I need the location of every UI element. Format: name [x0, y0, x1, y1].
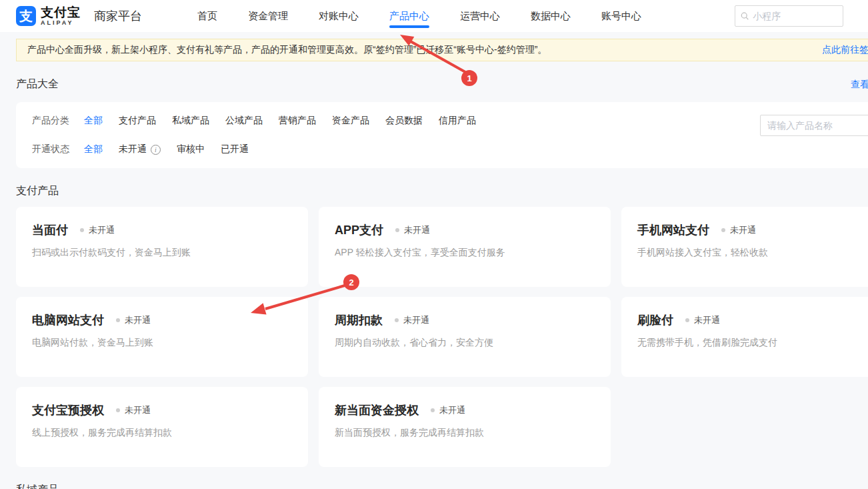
product-name-search-input[interactable]: [760, 115, 868, 136]
status-dot-icon: [395, 228, 399, 232]
product-status: 未开通: [395, 224, 430, 236]
product-status: 未开通: [685, 314, 720, 326]
status-text: 未开通: [125, 314, 151, 326]
filter-option[interactable]: 营销产品: [279, 115, 316, 127]
filter-option-label: 全部: [84, 143, 103, 155]
filter-option[interactable]: 全部: [84, 143, 103, 155]
filter-option[interactable]: 全部: [84, 115, 103, 127]
product-name: 电脑网站支付: [32, 312, 104, 328]
section-title: 私域产品: [16, 483, 868, 489]
filter-option[interactable]: 资金产品: [332, 115, 369, 127]
filter-option[interactable]: 公域产品: [225, 115, 263, 127]
nav-item-1[interactable]: 首页: [182, 0, 233, 32]
status-text: 未开通: [439, 404, 465, 416]
nav-item-3[interactable]: 对账中心: [303, 0, 374, 32]
top-header: 支 支付宝 ALIPAY 商家平台 首页资金管理对账中心产品中心运营中心数据中心…: [0, 0, 868, 32]
filter-option-label: 审核中: [177, 143, 205, 155]
alipay-logo[interactable]: 支 支付宝 ALIPAY: [16, 6, 81, 26]
status-dot-icon: [721, 228, 725, 232]
nav-item-2[interactable]: 资金管理: [233, 0, 303, 32]
product-status: 未开通: [395, 314, 429, 326]
banner-go-link[interactable]: 点此前往签约管理: [822, 44, 868, 56]
section-title: 支付产品: [16, 184, 868, 198]
filter-option-label: 资金产品: [332, 115, 369, 127]
filter-option-label: 支付产品: [119, 115, 156, 127]
brand-name-cn: 支付宝: [41, 6, 81, 19]
filter-option-label: 已开通: [221, 143, 249, 155]
status-text: 未开通: [89, 224, 115, 236]
filter-option[interactable]: 已开通: [221, 143, 249, 155]
product-card[interactable]: 刷脸付未开通无需携带手机，凭借刷脸完成支付: [621, 297, 868, 377]
nav-item-4[interactable]: 产品中心: [374, 0, 445, 32]
product-card[interactable]: 支付宝预授权未开通线上预授权，服务完成再结算扣款: [16, 387, 308, 467]
filter-option[interactable]: 私域产品: [172, 115, 209, 127]
product-grid: 当面付未开通扫码或出示付款码支付，资金马上到账APP支付未开通APP 轻松接入支…: [16, 207, 868, 467]
nav-item-5[interactable]: 运营中心: [445, 0, 515, 32]
nav-item-label: 对账中心: [319, 10, 359, 23]
product-status: 未开通: [721, 224, 756, 236]
status-text: 未开通: [403, 314, 429, 326]
status-dot-icon: [395, 318, 399, 322]
product-name: APP支付: [335, 222, 383, 238]
product-card[interactable]: 当面付未开通扫码或出示付款码支付，资金马上到账: [16, 207, 308, 287]
nav-item-label: 首页: [197, 10, 217, 23]
nav-item-label: 账号中心: [601, 10, 641, 23]
product-card[interactable]: APP支付未开通APP 轻松接入支付宝，享受全面支付服务: [319, 207, 611, 287]
status-text: 未开通: [125, 404, 151, 416]
filter-option-label: 私域产品: [172, 115, 209, 127]
product-description: 无需携带手机，凭借刷脸完成支付: [637, 337, 868, 349]
banner-text: 产品中心全面升级，新上架小程序、支付有礼等产品，产品的开通和管理更高效。原“签约…: [27, 44, 547, 56]
nav-item-label: 数据中心: [531, 10, 571, 23]
nav-item-7[interactable]: 账号中心: [586, 0, 657, 32]
view-authorization-link[interactable]: 查看我授权: [851, 79, 868, 91]
product-card[interactable]: 周期扣款未开通周期内自动收款，省心省力，安全方便: [319, 297, 611, 377]
main-nav: 首页资金管理对账中心产品中心运营中心数据中心账号中心: [182, 0, 657, 32]
filter-row-1: 产品分类全部支付产品私域产品公域产品营销产品资金产品会员数据信用产品: [32, 115, 868, 127]
product-name: 当面付: [32, 222, 68, 238]
filter-option-label: 会员数据: [385, 115, 423, 127]
filter-option-label: 营销产品: [279, 115, 316, 127]
status-dot-icon: [116, 408, 120, 412]
status-dot-icon: [685, 318, 689, 322]
filter-option-label: 公域产品: [225, 115, 263, 127]
product-name: 周期扣款: [335, 312, 383, 328]
filter-label: 产品分类: [32, 115, 69, 127]
nav-item-label: 产品中心: [389, 10, 429, 23]
header-search-box[interactable]: [735, 5, 843, 27]
upgrade-notice-banner: 产品中心全面升级，新上架小程序、支付有礼等产品，产品的开通和管理更高效。原“签约…: [16, 39, 868, 61]
filter-option-label: 全部: [84, 115, 103, 127]
page-title: 产品大全: [16, 77, 59, 91]
filter-option[interactable]: 会员数据: [385, 115, 423, 127]
product-status: 未开通: [116, 314, 151, 326]
status-dot-icon: [116, 318, 120, 322]
product-card[interactable]: 手机网站支付未开通手机网站接入支付宝，轻松收款: [621, 207, 868, 287]
filter-option-label: 未开通: [119, 143, 147, 155]
product-card[interactable]: 电脑网站支付未开通电脑网站付款，资金马上到账: [16, 297, 308, 377]
product-name: 手机网站支付: [637, 222, 709, 238]
status-text: 未开通: [730, 224, 756, 236]
product-description: APP 轻松接入支付宝，享受全面支付服务: [335, 247, 595, 259]
product-description: 手机网站接入支付宝，轻松收款: [637, 247, 868, 259]
filter-option[interactable]: 审核中: [177, 143, 205, 155]
search-icon: [741, 11, 749, 21]
filter-option-label: 信用产品: [439, 115, 476, 127]
product-name: 刷脸付: [637, 312, 673, 328]
nav-item-6[interactable]: 数据中心: [515, 0, 586, 32]
filter-option[interactable]: 未开通i: [119, 143, 161, 155]
product-description: 扫码或出示付款码支付，资金马上到账: [32, 247, 292, 259]
header-search-input[interactable]: [753, 11, 837, 21]
filter-option[interactable]: 信用产品: [439, 115, 476, 127]
product-description: 周期内自动收款，省心省力，安全方便: [335, 337, 595, 349]
nav-item-label: 运营中心: [460, 10, 500, 23]
filter-row-2: 开通状态全部未开通i审核中已开通: [32, 143, 868, 155]
status-dot-icon: [80, 228, 84, 232]
brand-name-en: ALIPAY: [41, 20, 81, 26]
filter-option[interactable]: 支付产品: [119, 115, 156, 127]
filter-panel: 产品分类全部支付产品私域产品公域产品营销产品资金产品会员数据信用产品开通状态全部…: [16, 102, 868, 168]
info-circle-icon[interactable]: i: [151, 145, 161, 155]
product-card[interactable]: 新当面资金授权未开通新当面预授权，服务完成再结算扣款: [319, 387, 611, 467]
product-description: 电脑网站付款，资金马上到账: [32, 337, 292, 349]
filter-label: 开通状态: [32, 143, 69, 155]
platform-title: 商家平台: [94, 8, 142, 24]
product-description: 新当面预授权，服务完成再结算扣款: [335, 427, 595, 439]
